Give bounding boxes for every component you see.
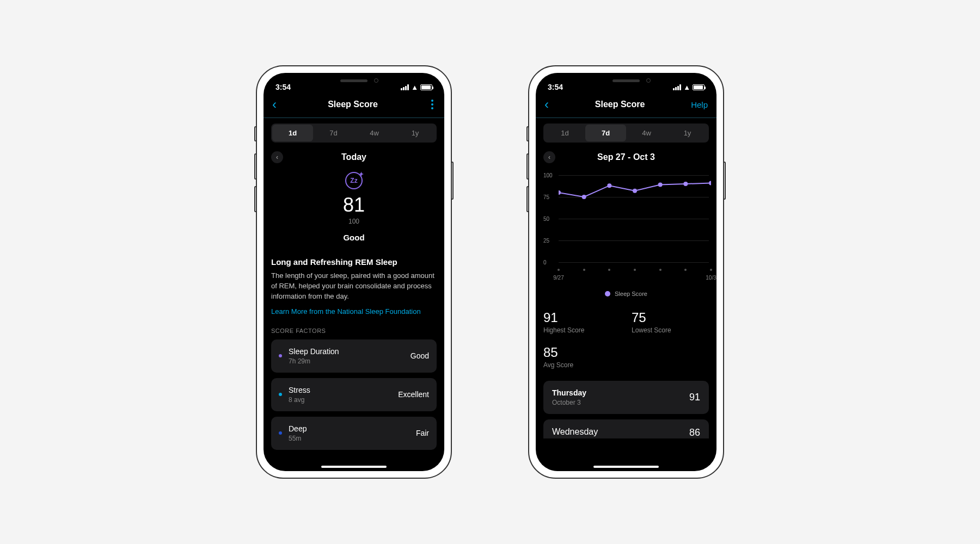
day-row-wednesday[interactable]: Wednesday 86 xyxy=(543,419,709,438)
mute-switch[interactable] xyxy=(526,126,529,141)
day-name: Wednesday xyxy=(552,427,598,438)
factor-rating: Fair xyxy=(416,429,429,437)
day-date: October 3 xyxy=(552,399,586,406)
date-prev-button[interactable]: ‹ xyxy=(543,151,555,163)
legend-dot-icon xyxy=(605,291,610,296)
svg-point-6 xyxy=(709,181,711,185)
score-rating: Good xyxy=(271,233,437,242)
power-button[interactable] xyxy=(451,162,454,200)
wifi-icon: ▲ xyxy=(683,83,690,91)
battery-icon xyxy=(693,84,705,90)
factor-sleep-duration[interactable]: Sleep Duration 7h 29m Good xyxy=(271,339,437,373)
phone-right: 3:54 ▲ ‹ Sleep Score Help 1d 7d 4w 1y ‹ … xyxy=(528,65,724,479)
dot-icon xyxy=(279,354,282,357)
phone-left: 3:54 ▲ ‹ Sleep Score 1d 7d 4w 1y ‹ Today xyxy=(256,65,452,479)
segment-1y[interactable]: 1y xyxy=(667,125,708,141)
avg-score-value: 85 xyxy=(543,345,621,360)
power-button[interactable] xyxy=(723,162,726,200)
day-row-thursday[interactable]: Thursday October 3 91 xyxy=(543,381,709,414)
lowest-score-value: 75 xyxy=(632,310,709,325)
segment-7d[interactable]: 7d xyxy=(585,125,626,141)
segment-1d[interactable]: 1d xyxy=(272,125,313,141)
back-button[interactable]: ‹ xyxy=(544,97,549,112)
volume-down[interactable] xyxy=(254,186,257,212)
day-score: 91 xyxy=(689,392,700,403)
score-factors-heading: SCORE FACTORS xyxy=(271,327,437,334)
nav-bar: ‹ Sleep Score Help xyxy=(536,95,716,118)
segment-1d[interactable]: 1d xyxy=(544,125,585,141)
legend-label: Sleep Score xyxy=(615,290,647,297)
wifi-icon: ▲ xyxy=(411,83,418,91)
battery-icon xyxy=(420,84,432,90)
volume-up[interactable] xyxy=(526,153,529,180)
date-prev-button[interactable]: ‹ xyxy=(271,151,283,163)
signal-icon xyxy=(673,84,681,90)
date-range-label: Sep 27 - Oct 3 xyxy=(597,152,655,162)
factor-stress[interactable]: Stress 8 avg Excellent xyxy=(271,378,437,411)
factor-deep[interactable]: Deep 55m Fair xyxy=(271,417,437,450)
segment-7d[interactable]: 7d xyxy=(313,125,354,141)
volume-up[interactable] xyxy=(254,153,257,180)
home-indicator[interactable] xyxy=(593,466,659,468)
sleep-score-chart[interactable]: 02550751009/2710/3 xyxy=(543,172,709,281)
day-name: Thursday xyxy=(552,388,586,397)
insight-title: Long and Refreshing REM Sleep xyxy=(271,257,437,267)
svg-point-4 xyxy=(658,183,663,187)
factor-title: Sleep Duration xyxy=(289,347,339,356)
highest-score-value: 91 xyxy=(543,310,621,325)
nav-bar: ‹ Sleep Score xyxy=(264,95,444,118)
insight-section: Long and Refreshing REM Sleep The length… xyxy=(271,257,437,316)
volume-down[interactable] xyxy=(526,186,529,212)
svg-point-3 xyxy=(633,189,637,193)
segment-4w[interactable]: 4w xyxy=(354,125,395,141)
factor-title: Stress xyxy=(289,386,310,394)
notch xyxy=(583,73,670,88)
day-score: 86 xyxy=(689,427,700,438)
stats-grid: 91 Highest Score 75 Lowest Score 85 Avg … xyxy=(543,310,709,369)
chart-legend: Sleep Score xyxy=(543,290,709,297)
time-range-segmented: 1d 7d 4w 1y xyxy=(271,123,437,143)
svg-point-2 xyxy=(607,183,611,188)
svg-point-0 xyxy=(559,190,561,195)
status-time: 3:54 xyxy=(548,83,563,91)
status-time: 3:54 xyxy=(275,83,291,91)
factor-rating: Excellent xyxy=(398,390,429,399)
dot-icon xyxy=(279,393,282,396)
factor-title: Deep xyxy=(289,424,307,433)
score-hero: Zz✦ 81 100 Good xyxy=(271,172,437,242)
factor-sub: 7h 29m xyxy=(289,357,339,365)
svg-point-1 xyxy=(582,195,586,199)
insight-body: The length of your sleep, paired with a … xyxy=(271,271,437,302)
factor-rating: Good xyxy=(411,351,429,360)
svg-point-5 xyxy=(683,182,688,186)
more-menu-button[interactable] xyxy=(429,97,436,112)
sleep-icon: Zz✦ xyxy=(345,172,363,189)
factor-sub: 55m xyxy=(289,435,307,442)
highest-score-label: Highest Score xyxy=(543,326,621,334)
segment-1y[interactable]: 1y xyxy=(395,125,436,141)
signal-icon xyxy=(401,84,409,90)
score-denominator: 100 xyxy=(271,218,437,225)
lowest-score-label: Lowest Score xyxy=(632,326,709,334)
page-title: Sleep Score xyxy=(328,100,378,109)
date-label: Today xyxy=(341,152,366,162)
time-range-segmented: 1d 7d 4w 1y xyxy=(543,123,709,143)
learn-more-link[interactable]: Learn More from the National Sleep Found… xyxy=(271,307,437,316)
factor-sub: 8 avg xyxy=(289,396,310,404)
dot-icon xyxy=(279,431,282,435)
avg-score-label: Avg Score xyxy=(543,361,621,369)
page-title: Sleep Score xyxy=(595,100,645,109)
segment-4w[interactable]: 4w xyxy=(626,125,667,141)
score-value: 81 xyxy=(271,194,437,217)
home-indicator[interactable] xyxy=(321,466,387,468)
back-button[interactable]: ‹ xyxy=(272,97,277,112)
mute-switch[interactable] xyxy=(254,126,257,141)
notch xyxy=(310,73,397,88)
help-button[interactable]: Help xyxy=(691,100,708,109)
